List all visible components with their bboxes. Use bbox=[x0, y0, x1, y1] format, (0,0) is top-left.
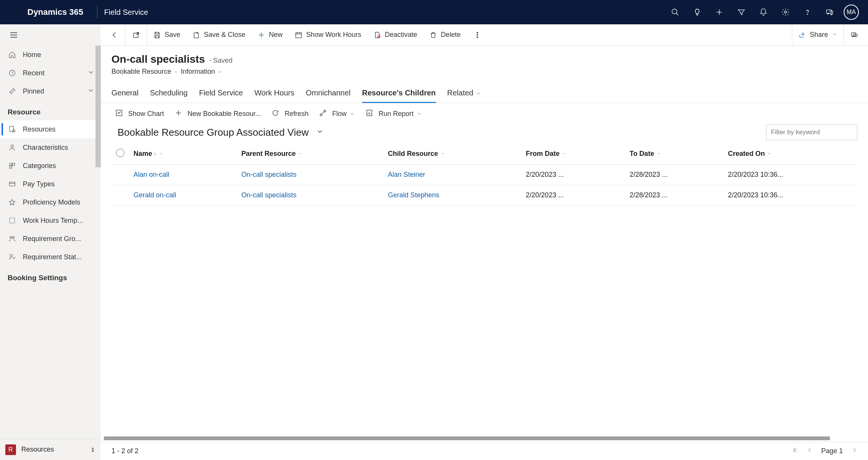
tab-fieldservice[interactable]: Field Service bbox=[199, 86, 243, 103]
svg-rect-19 bbox=[10, 218, 14, 223]
collab-button[interactable] bbox=[844, 24, 865, 46]
add-icon[interactable] bbox=[711, 3, 728, 21]
status-icon bbox=[8, 253, 17, 261]
share-button[interactable]: Share bbox=[792, 24, 843, 46]
cell-created: 2/20/2023 10:36... bbox=[723, 185, 857, 206]
col-child[interactable]: Child Resource bbox=[383, 145, 521, 165]
form-selector[interactable]: Information bbox=[181, 68, 222, 76]
app-name[interactable]: Field Service bbox=[104, 8, 148, 17]
nav-workhours-templates[interactable]: Work Hours Temp... bbox=[0, 211, 101, 230]
brand-label[interactable]: Dynamics 365 bbox=[27, 7, 83, 17]
view-chevron-icon[interactable] bbox=[316, 128, 324, 137]
view-header: Bookable Resource Group Associated View bbox=[101, 124, 868, 145]
view-name[interactable]: Bookable Resource Group Associated View bbox=[118, 127, 308, 138]
tab-resources-children[interactable]: Resource's Children bbox=[362, 86, 436, 103]
nav-proficiency[interactable]: Proficiency Models bbox=[0, 193, 101, 211]
cell-name[interactable]: Gerald on-call bbox=[129, 185, 237, 206]
svg-rect-6 bbox=[827, 10, 831, 13]
nav-characteristics-label: Characteristics bbox=[23, 144, 68, 152]
tab-general[interactable]: General bbox=[111, 86, 138, 103]
chevron-down-icon bbox=[767, 151, 772, 156]
lightbulb-icon[interactable] bbox=[688, 3, 706, 21]
col-from[interactable]: From Date bbox=[521, 145, 625, 165]
plus-icon bbox=[175, 109, 182, 119]
grid-footer: 1 - 2 of 2 Page 1 bbox=[101, 442, 868, 460]
table-row[interactable]: Alan on-callOn-call specialistsAlan Stei… bbox=[111, 165, 857, 185]
svg-point-33 bbox=[477, 34, 478, 35]
avatar[interactable]: MA bbox=[844, 5, 859, 20]
prev-page-button[interactable] bbox=[807, 447, 813, 455]
col-parent[interactable]: Parent Resource bbox=[237, 145, 383, 165]
share-icon bbox=[798, 31, 806, 39]
cell-child[interactable]: Gerald Stephens bbox=[383, 185, 521, 206]
tab-scheduling[interactable]: Scheduling bbox=[150, 86, 188, 103]
table-row[interactable]: Gerald on-callOn-call specialistsGerald … bbox=[111, 185, 857, 206]
col-name[interactable]: Name↑ bbox=[129, 145, 237, 165]
showchart-button[interactable]: Show Chart bbox=[111, 103, 171, 124]
horizontal-scrollbar[interactable] bbox=[101, 435, 868, 442]
trash-icon bbox=[429, 31, 437, 39]
nav-categories[interactable]: Categories bbox=[0, 157, 101, 175]
subgrid-more-button[interactable] bbox=[429, 103, 439, 124]
svg-point-0 bbox=[672, 9, 677, 14]
cell-from: 2/20/2023 ... bbox=[521, 185, 625, 206]
bell-icon[interactable] bbox=[755, 3, 772, 21]
chevron-down-icon bbox=[832, 31, 837, 39]
col-to[interactable]: To Date bbox=[625, 145, 723, 165]
save-button[interactable]: Save bbox=[147, 24, 186, 46]
tab-omnichannel[interactable]: Omnichannel bbox=[306, 86, 351, 103]
svg-point-21 bbox=[13, 236, 14, 238]
hamburger-button[interactable] bbox=[0, 24, 101, 46]
more-commands-button[interactable] bbox=[467, 24, 488, 46]
gear-icon[interactable] bbox=[777, 3, 794, 21]
tab-workhours[interactable]: Work Hours bbox=[254, 86, 294, 103]
site-nav: Home Recent Pinned Resource Resources Ch… bbox=[0, 24, 101, 460]
delete-button[interactable]: Delete bbox=[423, 24, 467, 46]
popout-button[interactable] bbox=[126, 24, 147, 46]
subgrid-command-bar: Show Chart New Bookable Resour... Refres… bbox=[101, 103, 868, 124]
cell-parent[interactable]: On-call specialists bbox=[237, 165, 383, 185]
svg-rect-11 bbox=[10, 127, 13, 132]
svg-rect-14 bbox=[10, 163, 12, 165]
select-all[interactable] bbox=[111, 145, 129, 165]
chat-icon[interactable] bbox=[821, 3, 838, 21]
categories-icon bbox=[8, 162, 17, 170]
nav-scrollbar[interactable] bbox=[95, 46, 101, 167]
nav-characteristics[interactable]: Characteristics bbox=[0, 138, 101, 157]
next-page-button[interactable] bbox=[851, 447, 857, 455]
nav-resources[interactable]: Resources bbox=[0, 120, 101, 138]
content-area: Save Save & Close New Show Work Hours De… bbox=[101, 24, 868, 460]
runreport-button[interactable]: Run Report bbox=[362, 103, 429, 124]
cell-name[interactable]: Alan on-call bbox=[129, 165, 237, 185]
nav-home[interactable]: Home bbox=[0, 46, 101, 64]
showhours-button[interactable]: Show Work Hours bbox=[289, 24, 367, 46]
saveclose-button[interactable]: Save & Close bbox=[186, 24, 251, 46]
nav-req-groups[interactable]: Requirement Gro... bbox=[0, 230, 101, 248]
search-icon[interactable] bbox=[666, 3, 684, 21]
refresh-button[interactable]: Refresh bbox=[268, 103, 315, 124]
new-button[interactable]: New bbox=[251, 24, 289, 46]
tab-related[interactable]: Related bbox=[447, 86, 481, 103]
help-icon[interactable] bbox=[799, 3, 816, 21]
area-switcher[interactable]: R Resources ▲▼ bbox=[0, 439, 101, 460]
nav-req-statuses[interactable]: Requirement Stat... bbox=[0, 248, 101, 266]
paytypes-icon bbox=[8, 180, 17, 188]
cell-parent[interactable]: On-call specialists bbox=[237, 185, 383, 206]
area-label: Resources bbox=[21, 446, 54, 454]
back-button[interactable] bbox=[104, 24, 125, 46]
filter-input[interactable] bbox=[766, 124, 857, 140]
cell-child[interactable]: Alan Steiner bbox=[383, 165, 521, 185]
first-page-button[interactable] bbox=[792, 447, 798, 455]
entity-label: Bookable Resource bbox=[111, 68, 171, 76]
flow-button[interactable]: Flow bbox=[315, 103, 362, 124]
deactivate-button[interactable]: Deactivate bbox=[367, 24, 423, 46]
nav-recent[interactable]: Recent bbox=[0, 64, 101, 82]
nav-paytypes[interactable]: Pay Types bbox=[0, 175, 101, 193]
report-icon bbox=[366, 109, 373, 119]
new-child-button[interactable]: New Bookable Resour... bbox=[171, 103, 268, 124]
nav-pinned[interactable]: Pinned bbox=[0, 82, 101, 100]
template-icon bbox=[8, 217, 17, 224]
filter-icon[interactable] bbox=[733, 3, 750, 21]
nav-req-groups-label: Requirement Gro... bbox=[23, 235, 81, 243]
col-created[interactable]: Created On bbox=[723, 145, 857, 165]
